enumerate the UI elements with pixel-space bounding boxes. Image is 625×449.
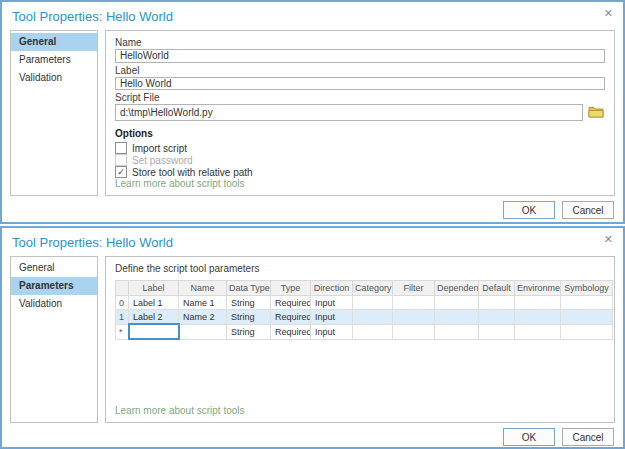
cell-environment[interactable] xyxy=(515,310,561,325)
tool-properties-dialog-parameters: Tool Properties: Hello World ✕ General P… xyxy=(0,226,625,449)
cell-environment[interactable] xyxy=(515,324,561,339)
ok-button[interactable]: OK xyxy=(503,428,555,446)
cell-symbology[interactable] xyxy=(561,296,613,310)
column-header-category[interactable]: Category xyxy=(353,281,393,296)
learn-more-link[interactable]: Learn more about script tools xyxy=(115,405,605,416)
table-row-new[interactable]: * String Required Input xyxy=(116,324,613,339)
cell-type[interactable]: Required xyxy=(271,310,311,325)
cell-category[interactable] xyxy=(353,296,393,310)
sidebar-item-general[interactable]: General xyxy=(11,259,97,277)
dialog-title: Tool Properties: Hello World xyxy=(12,9,173,24)
cell-name[interactable]: Name 2 xyxy=(179,310,227,325)
column-header-direction[interactable]: Direction xyxy=(311,281,353,296)
row-index[interactable]: 0 xyxy=(116,296,129,310)
column-header-rowindex xyxy=(116,281,129,296)
cancel-button[interactable]: Cancel xyxy=(562,428,614,446)
cell-name[interactable]: Name 1 xyxy=(179,296,227,310)
dialog-footer: OK Cancel xyxy=(2,196,623,224)
sidebar-item-validation[interactable]: Validation xyxy=(11,295,97,313)
cell-direction[interactable]: Input xyxy=(311,296,353,310)
cancel-button[interactable]: Cancel xyxy=(562,201,614,219)
cell-symbology[interactable] xyxy=(561,324,613,339)
dialog-titlebar: Tool Properties: Hello World ✕ xyxy=(2,2,623,28)
checkbox-set-password: Set password xyxy=(115,154,605,166)
column-header-type[interactable]: Type xyxy=(271,281,311,296)
cell-default[interactable] xyxy=(479,324,515,339)
cell-filter[interactable] xyxy=(393,324,435,339)
cell-filter[interactable] xyxy=(393,310,435,325)
column-header-label[interactable]: Label xyxy=(129,281,179,296)
checkbox-disabled-icon xyxy=(115,154,127,166)
column-header-environment[interactable]: Environment xyxy=(515,281,561,296)
cell-environment[interactable] xyxy=(515,296,561,310)
row-index[interactable]: 1 xyxy=(116,310,129,325)
dialog-titlebar: Tool Properties: Hello World ✕ xyxy=(2,228,623,254)
cell-default[interactable] xyxy=(479,296,515,310)
cell-data-type[interactable]: String xyxy=(227,310,271,325)
script-file-field-label: Script File xyxy=(115,92,605,103)
general-panel: Name Label Script File xyxy=(105,30,615,196)
close-icon[interactable]: ✕ xyxy=(604,232,613,246)
cell-data-type[interactable]: String xyxy=(227,324,271,339)
column-header-name[interactable]: Name xyxy=(179,281,227,296)
label-field[interactable] xyxy=(115,77,605,91)
options-heading: Options xyxy=(115,128,605,139)
dialog-sidebar: General Parameters Validation xyxy=(10,256,98,423)
cell-label[interactable]: Label 1 xyxy=(129,296,179,310)
cell-direction[interactable]: Input xyxy=(311,310,353,325)
dialog-footer: OK Cancel xyxy=(2,423,623,449)
column-header-dependency[interactable]: Dependency xyxy=(435,281,479,296)
cell-name[interactable] xyxy=(179,324,227,339)
screen: Tool Properties: Hello World ✕ General P… xyxy=(0,0,625,449)
cell-category[interactable] xyxy=(353,324,393,339)
table-row[interactable]: 0 Label 1 Name 1 String Required Input xyxy=(116,296,613,310)
sidebar-item-general[interactable]: General xyxy=(11,33,97,51)
cell-symbology[interactable] xyxy=(561,310,613,325)
cell-data-type[interactable]: String xyxy=(227,296,271,310)
sidebar-item-parameters[interactable]: Parameters xyxy=(11,277,97,295)
checkbox-unchecked-icon[interactable] xyxy=(115,142,127,154)
label-field-label: Label xyxy=(115,65,605,76)
cell-type[interactable]: Required xyxy=(271,296,311,310)
row-index[interactable]: * xyxy=(116,324,129,339)
column-header-data-type[interactable]: Data Type xyxy=(227,281,271,296)
cell-type[interactable]: Required xyxy=(271,324,311,339)
checkbox-label: Store tool with relative path xyxy=(132,167,253,178)
parameters-table: Label Name Data Type Type Direction Cate… xyxy=(115,280,613,340)
cell-category[interactable] xyxy=(353,310,393,325)
cell-dependency[interactable] xyxy=(435,310,479,325)
cell-label[interactable]: Label 2 xyxy=(129,310,179,325)
parameters-caption: Define the script tool parameters xyxy=(115,263,605,274)
column-header-default[interactable]: Default xyxy=(479,281,515,296)
sidebar-item-parameters[interactable]: Parameters xyxy=(11,51,97,69)
script-file-field[interactable] xyxy=(115,104,583,121)
checkbox-checked-icon[interactable]: ✓ xyxy=(115,166,127,178)
cell-dependency[interactable] xyxy=(435,296,479,310)
folder-icon xyxy=(588,105,604,121)
dialog-title: Tool Properties: Hello World xyxy=(12,235,173,250)
cell-direction[interactable]: Input xyxy=(311,324,353,339)
ok-button[interactable]: OK xyxy=(503,201,555,219)
tool-properties-dialog-general: Tool Properties: Hello World ✕ General P… xyxy=(0,0,625,224)
checkbox-label: Import script xyxy=(132,143,187,154)
table-header-row: Label Name Data Type Type Direction Cate… xyxy=(116,281,613,296)
learn-more-link[interactable]: Learn more about script tools xyxy=(115,178,605,189)
parameters-panel: Define the script tool parameters Label … xyxy=(105,256,615,423)
sidebar-item-validation[interactable]: Validation xyxy=(11,69,97,87)
column-header-filter[interactable]: Filter xyxy=(393,281,435,296)
cell-filter[interactable] xyxy=(393,296,435,310)
checkbox-import-script[interactable]: Import script xyxy=(115,142,605,154)
name-field[interactable] xyxy=(115,49,605,63)
browse-button[interactable] xyxy=(588,105,605,120)
cell-default[interactable] xyxy=(479,310,515,325)
dialog-sidebar: General Parameters Validation xyxy=(10,30,98,196)
cell-dependency[interactable] xyxy=(435,324,479,339)
column-header-symbology[interactable]: Symbology xyxy=(561,281,613,296)
checkbox-store-relative-path[interactable]: ✓ Store tool with relative path xyxy=(115,166,605,178)
close-icon[interactable]: ✕ xyxy=(604,6,613,20)
table-row-selected[interactable]: 1 Label 2 Name 2 String Required Input xyxy=(116,310,613,325)
checkbox-label: Set password xyxy=(132,155,193,166)
name-field-label: Name xyxy=(115,37,605,48)
cell-label-editing[interactable] xyxy=(129,324,179,339)
